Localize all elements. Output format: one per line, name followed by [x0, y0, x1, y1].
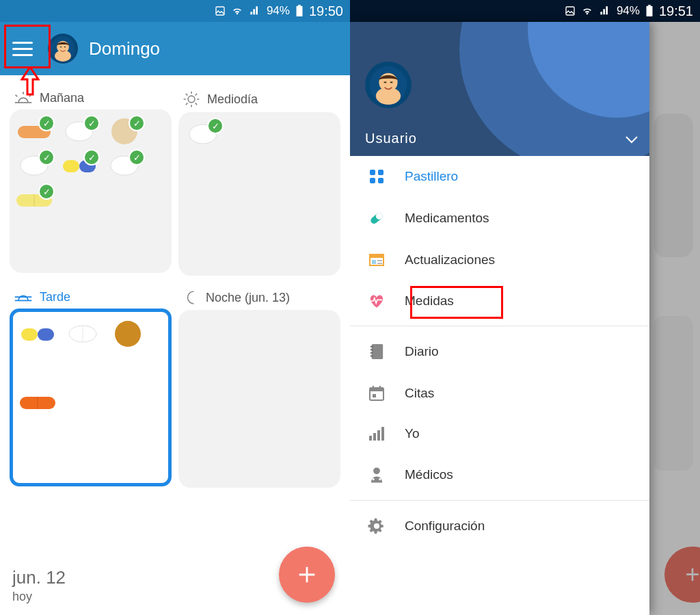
- drawer-item-label: Medidas: [405, 293, 454, 309]
- add-button[interactable]: [279, 547, 335, 603]
- night-card[interactable]: [178, 310, 340, 488]
- sun-icon: [183, 90, 200, 108]
- svg-rect-1: [296, 6, 302, 16]
- svg-rect-27: [646, 6, 652, 16]
- svg-point-23: [115, 321, 141, 347]
- battery-icon: [295, 5, 304, 17]
- svg-rect-58: [381, 427, 384, 441]
- check-icon: ✓: [38, 183, 55, 200]
- signal-icon: [249, 5, 261, 16]
- battery-text: 94%: [267, 4, 290, 18]
- svg-rect-52: [373, 386, 374, 389]
- drawer-item-medidas[interactable]: Medidas: [350, 280, 649, 322]
- page-title: Domingo: [89, 38, 160, 60]
- drawer-item-label: Diario: [405, 344, 439, 359]
- section-night[interactable]: Noche (jun. 13): [178, 283, 340, 488]
- check-icon: ✓: [83, 115, 100, 131]
- grid-icon: [366, 168, 387, 185]
- pill-item[interactable]: ✓: [184, 120, 222, 148]
- svg-rect-43: [377, 260, 382, 261]
- svg-rect-41: [370, 254, 383, 258]
- svg-point-17: [188, 96, 195, 103]
- section-afternoon[interactable]: Tarde: [10, 283, 172, 488]
- bars-icon: [366, 426, 387, 441]
- avatar[interactable]: [365, 62, 412, 108]
- footer-rel: hoy: [12, 590, 66, 604]
- sunset-icon: [14, 289, 33, 304]
- svg-rect-6: [60, 47, 62, 47]
- clock-text: 19:50: [309, 3, 343, 19]
- noon-card[interactable]: ✓: [178, 112, 340, 276]
- pill-item[interactable]: [64, 320, 102, 348]
- drawer-item-label: Yo: [405, 426, 420, 441]
- check-icon: ✓: [129, 115, 145, 131]
- drawer-item-label: Médicos: [405, 467, 453, 482]
- drawer-item-actualizaciones[interactable]: Actualizaciones: [350, 239, 649, 280]
- drawer-item-label: Pastillero: [405, 169, 458, 184]
- drawer-item-diario[interactable]: Diario: [350, 330, 649, 373]
- svg-rect-32: [384, 81, 387, 83]
- svg-rect-33: [390, 81, 393, 83]
- pill-item[interactable]: ✓: [15, 118, 53, 145]
- drawer-item-label: Actualizaciones: [405, 252, 495, 267]
- svg-rect-49: [371, 356, 373, 357]
- svg-rect-56: [373, 433, 376, 441]
- battery-text: 94%: [617, 4, 640, 18]
- svg-point-60: [373, 478, 375, 480]
- svg-rect-35: [378, 170, 383, 175]
- morning-card[interactable]: ✓ ✓ ✓ ✓ ✓ ✓ ✓: [10, 109, 172, 273]
- footer-date: jun. 12: [12, 567, 66, 588]
- svg-rect-2: [298, 5, 301, 6]
- pill-item[interactable]: ✓: [105, 152, 144, 179]
- app-bar: Domingo: [0, 22, 350, 75]
- svg-rect-0: [216, 7, 224, 15]
- svg-rect-37: [378, 178, 383, 183]
- svg-point-61: [379, 478, 381, 480]
- svg-rect-44: [377, 263, 382, 264]
- avatar[interactable]: [48, 34, 78, 64]
- sunrise-icon: [14, 90, 33, 105]
- section-morning[interactable]: Mañana ✓ ✓ ✓ ✓ ✓ ✓ ✓: [10, 83, 172, 276]
- svg-rect-48: [371, 352, 373, 354]
- pill-item[interactable]: [18, 389, 57, 416]
- svg-rect-19: [21, 328, 38, 341]
- drawer-item-yo[interactable]: Yo: [350, 414, 649, 454]
- menu-button[interactable]: [8, 36, 37, 62]
- svg-rect-42: [372, 260, 376, 264]
- drawer-header[interactable]: Usuario: [350, 22, 649, 156]
- pill-item[interactable]: [18, 354, 163, 382]
- pill-item[interactable]: ✓: [15, 186, 53, 213]
- heart-icon: [366, 293, 387, 309]
- pill-item[interactable]: [109, 320, 147, 348]
- check-icon: ✓: [83, 149, 100, 166]
- svg-rect-51: [370, 388, 383, 391]
- svg-rect-20: [38, 328, 54, 341]
- section-label: Noche (jun. 13): [206, 291, 290, 305]
- chevron-down-icon[interactable]: [625, 135, 638, 145]
- pill-item[interactable]: ✓: [105, 118, 144, 145]
- afternoon-card[interactable]: [10, 309, 172, 486]
- date-footer: jun. 12 hoy: [12, 567, 66, 604]
- signal-icon: [599, 5, 611, 16]
- pill-item[interactable]: [18, 320, 57, 348]
- drawer-item-label: Citas: [405, 386, 434, 401]
- screenshot-icon: [215, 5, 226, 16]
- drawer-item-pastillero[interactable]: Pastillero: [350, 156, 649, 197]
- section-label: Mediodía: [207, 92, 258, 107]
- drawer-item-citas[interactable]: Citas: [350, 373, 649, 414]
- drawer-item-configuración[interactable]: Configuración: [350, 505, 649, 547]
- nav-drawer: Usuario PastilleroMedicamentosActualizac…: [350, 22, 649, 615]
- pill-item[interactable]: ✓: [15, 152, 53, 179]
- svg-point-59: [373, 467, 380, 474]
- drawer-item-label: Configuración: [405, 519, 485, 534]
- gear-icon: [366, 517, 387, 535]
- pill-item[interactable]: ✓: [60, 118, 98, 145]
- svg-rect-54: [373, 394, 376, 397]
- drawer-item-médicos[interactable]: Médicos: [350, 454, 649, 496]
- drawer-username: Usuario: [365, 131, 417, 146]
- phone-left: 94% 19:50 Domingo Mañana ✓: [0, 0, 350, 615]
- drawer-item-medicamentos[interactable]: Medicamentos: [350, 197, 649, 239]
- check-icon: ✓: [38, 149, 55, 166]
- section-noon[interactable]: Mediodía ✓: [178, 83, 340, 276]
- pill-item[interactable]: ✓: [60, 152, 98, 179]
